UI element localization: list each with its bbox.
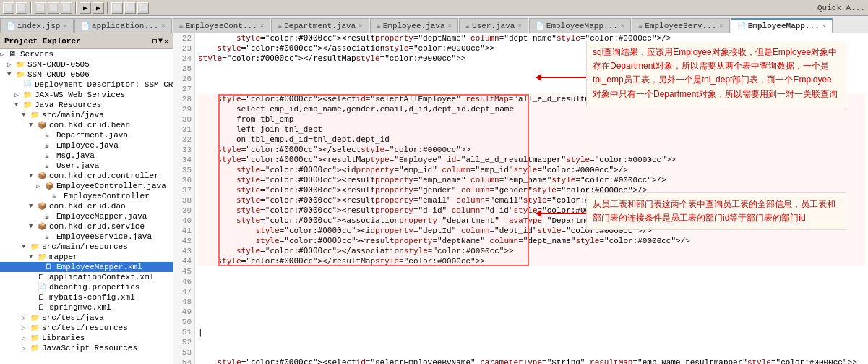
- tree-item-16[interactable]: ☕EmployeeMapper.java: [0, 211, 173, 221]
- tree-item-6[interactable]: ▼📁src/main/java: [0, 110, 173, 120]
- toolbar-btn-8[interactable]: ⬜: [111, 2, 123, 14]
- tree-item-13[interactable]: ▷📦EmployeeController.java: [0, 181, 173, 191]
- tree-icon-2: 📁: [16, 70, 26, 79]
- tree-arrow-7: ▼: [29, 122, 38, 129]
- line-num-39: 39: [173, 206, 192, 216]
- tab-employeecont[interactable]: ☕EmployeeCont...✕: [173, 18, 270, 33]
- tree-arrow-2: ▼: [7, 71, 16, 78]
- tree-label-2: SSM-CRUD-0506: [27, 70, 90, 79]
- tab-close-user[interactable]: ✕: [517, 22, 521, 30]
- line-numbers: 2223242526272829303132333435363738394041…: [173, 33, 195, 364]
- menu-icon[interactable]: ▼: [158, 37, 163, 46]
- close-icon[interactable]: ✕: [164, 37, 168, 46]
- toolbar-btn-2[interactable]: ⬜: [16, 2, 27, 14]
- tree-item-4[interactable]: ▷📁JAX-WS Web Services: [0, 90, 173, 100]
- toolbar-btn-4[interactable]: ⬜: [48, 2, 59, 14]
- tab-close-employeemapp1[interactable]: ✕: [621, 22, 624, 30]
- tree-arrow-13: ▷: [36, 182, 45, 190]
- code-line-45: [198, 266, 865, 276]
- tab-employeemapp1[interactable]: 📄EmployeeMapp...✕: [529, 18, 631, 33]
- tree-item-18[interactable]: ☕EmployeeService.java: [0, 232, 173, 242]
- tab-close-employeecont[interactable]: ✕: [260, 22, 264, 30]
- tab-employeeserv[interactable]: ☕EmployeeServ...✕: [632, 18, 729, 33]
- tree-icon-23: 📄: [38, 283, 48, 292]
- tree-label-29: JavaScript Resources: [42, 344, 137, 352]
- tree-icon-22: 🗒: [38, 273, 48, 282]
- tree-item-20[interactable]: ▼📁mapper: [0, 252, 173, 262]
- tree-icon-7: 📦: [38, 121, 48, 130]
- tree-item-23[interactable]: 📄dbconfig.properties: [0, 282, 173, 292]
- line-num-54: 54: [173, 357, 192, 364]
- line-num-43: 43: [173, 246, 192, 256]
- tree-label-7: com.hkd.crud.bean: [49, 121, 130, 130]
- tree-icon-0: 🖥: [9, 50, 19, 59]
- tree-item-29[interactable]: ▷📁JavaScript Resources: [0, 343, 173, 353]
- tree-item-21[interactable]: 🗒EmployeeMapper.xml: [0, 262, 173, 272]
- tree-label-5: Java Resources: [35, 101, 101, 109]
- tree-icon-18: ☕: [45, 232, 55, 241]
- line-num-44: 44: [173, 256, 192, 266]
- tab-close-employeemapp2[interactable]: ✕: [822, 22, 826, 30]
- tab-department[interactable]: ☕Department.java✕: [271, 18, 369, 33]
- tree-arrow-6: ▼: [22, 111, 30, 119]
- collapse-icon[interactable]: ⊟: [152, 37, 157, 46]
- tab-close-department[interactable]: ✕: [358, 22, 362, 30]
- tab-user[interactable]: ☕User.java✕: [459, 18, 528, 33]
- tree-arrow-28: ▷: [22, 334, 30, 342]
- tree-item-2[interactable]: ▼📁SSM-CRUD-0506: [0, 69, 173, 80]
- line-num-50: 50: [173, 317, 192, 327]
- toolbar-btn-1[interactable]: ⬜: [3, 2, 14, 14]
- tab-close-application[interactable]: ✕: [161, 22, 165, 30]
- tree-label-15: com.hkd.crud.dao: [49, 202, 126, 211]
- code-line-37: style="color:#0000cc"><result property="…: [198, 185, 865, 195]
- tree-item-28[interactable]: ▷📁Libraries: [0, 333, 173, 343]
- tree-icon-17: 📦: [38, 222, 48, 231]
- tree-icon-10: ☕: [45, 151, 55, 160]
- code-line-36: style="color:#0000cc"><result property="…: [198, 175, 865, 185]
- toolbar-btn-5[interactable]: ⬜: [61, 2, 72, 14]
- tree-item-25[interactable]: 🗒springmvc.xml: [0, 302, 173, 313]
- quick-access-label: Quick A...: [817, 4, 865, 12]
- tab-employeemapp2[interactable]: 📄EmployeeMapp...✕: [731, 18, 833, 33]
- tree-item-5[interactable]: ▼📁Java Resources: [0, 100, 173, 110]
- tree-item-12[interactable]: ▼📦com.hkd.crud.controller: [0, 171, 173, 181]
- tree-item-17[interactable]: ▼📦com.hkd.crud.service: [0, 221, 173, 232]
- tree-label-4: JAX-WS Web Services: [35, 90, 125, 99]
- code-content[interactable]: style="color:#0000cc"><result property="…: [195, 33, 868, 364]
- tab-close-index[interactable]: ✕: [63, 22, 66, 30]
- tree-item-7[interactable]: ▼📦com.hkd.crud.bean: [0, 120, 173, 130]
- tree-item-26[interactable]: ▷📁src/test/java: [0, 313, 173, 323]
- line-num-41: 41: [173, 226, 192, 236]
- toolbar-btn-9[interactable]: ⬜: [124, 2, 136, 14]
- toolbar-btn-10[interactable]: ⬜: [137, 2, 149, 14]
- tree-label-16: EmployeeMapper.java: [56, 212, 147, 221]
- toolbar-btn-3[interactable]: ⬜: [35, 2, 46, 14]
- tab-close-employee[interactable]: ✕: [448, 22, 452, 30]
- line-num-26: 26: [173, 74, 192, 84]
- tree-item-14[interactable]: ☕EmployeeController: [0, 191, 173, 201]
- line-num-24: 24: [173, 54, 192, 64]
- tree-item-27[interactable]: ▷📁src/test/resources: [0, 323, 173, 333]
- tab-employee[interactable]: ☕Employee.java✕: [370, 18, 458, 33]
- tree-item-9[interactable]: ☕Employee.java: [0, 140, 173, 151]
- tree-item-11[interactable]: ☕User.java: [0, 161, 173, 171]
- toolbar-btn-6[interactable]: ▶: [80, 2, 91, 14]
- tree-item-3[interactable]: 📄Deployment Descriptor: SSM-CRUD-0...: [0, 80, 173, 90]
- tree-item-19[interactable]: ▼📁src/main/resources: [0, 242, 173, 252]
- tree-item-1[interactable]: ▷📁SSM-CRUD-0505: [0, 59, 173, 69]
- code-line-29: select emp_id,emp_name,gender,email,d_id…: [198, 104, 865, 114]
- tree-label-1: SSM-CRUD-0505: [27, 60, 90, 69]
- tree-item-10[interactable]: ☕Msg.java: [0, 151, 173, 161]
- tree-arrow-20: ▼: [29, 253, 38, 261]
- tree-item-0[interactable]: ▷🖥Servers: [0, 49, 173, 59]
- tree-item-24[interactable]: 🗒mybatis-config.xml: [0, 292, 173, 302]
- tree-label-10: Msg.java: [56, 151, 95, 160]
- tree-item-8[interactable]: ☕Department.java: [0, 130, 173, 140]
- tree-item-15[interactable]: ▼📦com.hkd.crud.dao: [0, 201, 173, 211]
- tab-application[interactable]: 📄application...✕: [74, 18, 172, 33]
- tree-icon-21: 🗒: [45, 263, 55, 271]
- tab-close-employeeserv[interactable]: ✕: [719, 22, 723, 30]
- tab-index[interactable]: 📄index.jsp✕: [0, 18, 74, 33]
- toolbar-btn-7[interactable]: ▶: [93, 2, 104, 14]
- tree-item-22[interactable]: 🗒applicationContext.xml: [0, 272, 173, 282]
